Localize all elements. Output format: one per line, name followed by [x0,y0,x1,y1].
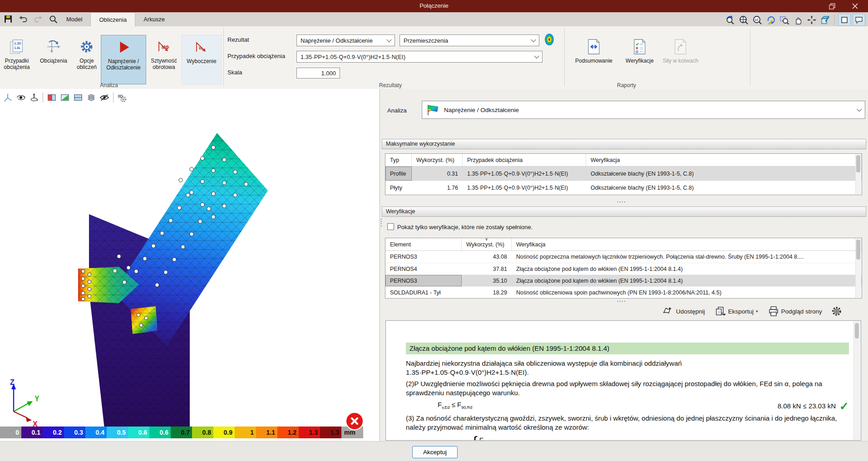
anchor-forces-button[interactable]: Siły w kotwach [661,35,700,84]
cell-util: 35.10 [462,275,512,286]
share-button[interactable]: Udostępnij [663,306,705,316]
redraw-icon[interactable] [765,14,777,25]
table-row[interactable]: PERNOS3 43.08 Nośność poprzeczna metalow… [385,251,862,263]
col-case[interactable]: Przypadek obciążenia [463,154,586,166]
anchor-forces-icon [673,39,688,55]
zoom-window-icon[interactable] [779,14,790,25]
viewport-3d[interactable]: 3D [0,89,380,441]
accept-button[interactable]: Akceptuj [412,446,458,458]
close-window-icon[interactable] [848,1,862,11]
ribbon: 1.2D1.6L Przypadki obciążenia Obciążenia… [0,26,868,89]
color-scale-segment: 0 [0,427,21,438]
zoom-previous-icon[interactable] [724,14,736,25]
zoom-extents-icon[interactable] [738,14,750,25]
bottom-bar: Akceptuj [0,441,868,461]
restore-window-icon[interactable] [825,1,839,11]
group-label-raporty: Raporty [595,82,658,88]
section-resize-grip[interactable] [617,301,625,302]
scale-input[interactable]: 1.000 [296,68,340,78]
load-cases-label: Przypadki obciążenia [1,58,33,70]
search-icon[interactable] [48,14,59,25]
summary-report-button[interactable]: Podsumowanie [569,35,618,84]
formula-lhs: Fv,Ed ≤ F90,Rd [438,400,472,412]
tab-obliczenia[interactable]: Obliczenia [90,12,135,27]
feedback-bubble-icon[interactable] [853,14,865,26]
export-button[interactable]: Eksportuj ▾ [715,306,758,316]
max-utilization-table: Typ Wykorzyst. (%) Przypadek obciążenia … [385,153,862,195]
cell-verif: Odkształcenie blachy (EN 1993-1-5, C.8) [586,181,862,195]
anchor-forces-label: Siły w kotwach [663,58,699,64]
filter-checkbox[interactable] [387,223,394,230]
color-scale-segment: 0.4 [85,427,107,438]
isometric-view-icon[interactable] [819,14,831,25]
cell-verif: Nośność obliczeniowa spoin pachwinowych … [512,287,862,298]
zoom-scale-icon[interactable]: x2 [751,14,763,25]
tab-model[interactable]: Model [58,12,90,26]
load-case-select[interactable]: 1.35·PP+1.05·Q+0.9·V(0°)H2+1.5·N(EI) [296,51,542,63]
load-case-value: 1.35·PP+1.05·Q+0.9·V(0°)H2+1.5·N(EI) [301,54,405,60]
window-layout-icon[interactable] [838,14,851,26]
menu-bar: Model Obliczenia Arkusze x2 [0,12,868,26]
fem-scene: Z Y X [0,89,380,441]
table-row[interactable]: SOLDADURA1 - Tył 18.29 Nośność obliczeni… [385,286,862,298]
redo-icon[interactable] [33,14,44,25]
triad-y-label: Y [35,395,39,402]
col-verif[interactable]: Weryfikacja [586,154,862,166]
table-row[interactable]: PERNOS4 37.81 Złącza obciążone pod kątem… [385,263,862,275]
cell-case: 1.35·PP+1.05·Q+0.9·V(0°)H2+1.5·N(EI) [463,167,586,181]
export-dropdown-icon: ▾ [756,309,758,314]
report-text: Najbardziej niekorzystna działająca siła… [406,359,682,367]
col-verif[interactable]: Weryfikacja [512,238,862,250]
undo-icon[interactable] [18,14,29,25]
sort-descending-icon: ∨ [485,238,488,241]
save-icon[interactable] [3,14,14,25]
panel-analysis-select[interactable]: Naprężenie / Odkształcenie [422,101,865,119]
report-preview[interactable]: Złącza obciążone pod kątem do włókien (E… [385,320,861,441]
pan-hand-icon[interactable] [792,14,804,25]
report-settings-button[interactable] [831,306,842,317]
error-badge-icon[interactable] [345,412,364,430]
gear-icon [831,306,842,317]
load-cases-button[interactable]: 1.2D1.6L Przypadki obciążenia [1,35,33,84]
contour-legend-icon [544,33,555,48]
rotational-stiffness-button[interactable]: MΦ Sztywność obrotowa [147,35,181,84]
report-paragraph: Najbardziej niekorzystna działająca siła… [406,359,849,377]
table-row[interactable]: Profile 0.31 1.35·PP+1.05·Q+0.9·V(0°)H2+… [385,167,862,181]
color-scale-segment: 0.8 [192,427,213,438]
table-row[interactable]: Płyty 1.76 1.35·PP+1.05·Q+0.9·V(0°)H2+1.… [385,181,862,195]
col-typ[interactable]: Typ [385,154,412,166]
stress-strain-button[interactable]: Naprężenie / Odkształcenie [101,35,146,84]
result-select[interactable]: Naprężenie / Odkształcenie [296,34,395,46]
cell-element: PERNOS3 [385,251,462,263]
verifications-report-button[interactable]: Weryfikacje [619,35,660,84]
color-scale-segment: 0.5 [107,427,128,438]
cell-util: 43.08 [462,251,512,263]
calc-options-button[interactable]: Opcje obliczeń [74,35,100,84]
color-scale-segment: 1.3 [299,427,320,438]
col-util[interactable]: Wykorzyst. (%) [412,154,463,166]
color-scale-segment: 1.3 [320,427,341,438]
loads-button[interactable]: Obciążenia [35,35,72,84]
section-resize-grip[interactable] [617,201,625,202]
table-scrollbar[interactable] [855,154,861,194]
report-scrollbar[interactable] [853,321,860,440]
cell-verif: Odkształcenie blachy (EN 1993-1-5, C.8) [586,167,862,181]
orbit-arrows-icon[interactable] [806,14,818,25]
tab-arkusze[interactable]: Arkusze [135,12,173,26]
table-row[interactable]: PERNOS3 35.10 Złącza obciążone pod kątem… [385,275,862,286]
app-window: Połączenie Model Obliczenia Ark [0,0,868,461]
buckling-button[interactable]: αcr Wyboczenie [182,35,222,84]
svg-text:1.6L: 1.6L [14,46,21,50]
cell-element: SOLDADURA1 - Tył [385,287,462,298]
cell-verif: Złącza obciążone pod kątem do włókien (E… [512,263,862,275]
table-header-row: Element ∨ Wykorzyst. (%) Weryfikacja [385,238,862,251]
col-element[interactable]: Element [385,238,462,250]
table-scrollbar[interactable] [855,239,861,298]
result-secondary-select[interactable]: Przemieszczenia [399,34,539,46]
panel-resize-grip[interactable] [381,219,382,226]
export-label: Eksportuj [728,308,754,315]
cell-util: 1.76 [412,181,463,195]
page-preview-button[interactable]: Podgląd strony [768,306,822,316]
col-util[interactable]: ∨ Wykorzyst. (%) [462,238,512,250]
verifications-report-label: Weryfikacje [626,58,654,64]
